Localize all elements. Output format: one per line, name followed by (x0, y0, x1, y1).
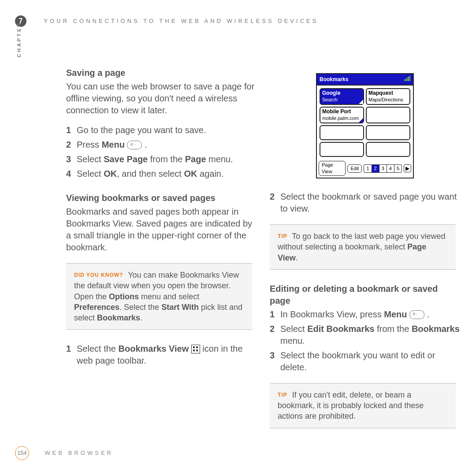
steps-saving: 1 Go to the page you want to save. 2 Pre… (66, 124, 257, 180)
right-column: Bookmarks GoogleSearch MapquestMaps/Dire… (270, 67, 460, 442)
palm-screenshot: Bookmarks GoogleSearch MapquestMaps/Dire… (316, 73, 414, 178)
step-number: 1 (66, 343, 77, 367)
heading-viewing: Viewing bookmarks or saved pages (66, 192, 257, 204)
bookmarks-view-icon (191, 345, 200, 353)
step-number: 1 (270, 309, 280, 320)
callout-did-you-know: DID YOU KNOW? You can make Bookmarks Vie… (66, 263, 252, 330)
saved-indicator-icon (359, 100, 363, 104)
step-number: 4 (66, 168, 77, 180)
menu-key-icon (127, 141, 142, 149)
footer-title: WEB BROWSER (45, 449, 113, 457)
step-text: Select OK, and then select OK again. (77, 168, 257, 180)
para-saving: You can use the web browser to save a pa… (66, 81, 257, 116)
palm-pageview-button: Page View (319, 161, 346, 176)
step-text: Go to the page you want to save. (77, 124, 257, 136)
step-text: In Bookmarks View, press Menu . (280, 309, 460, 320)
step-text: Select the bookmark you want to edit or … (280, 350, 460, 373)
steps-right-continue: 2 Select the bookmark or saved page you … (270, 191, 460, 215)
bookmark-cell-mapquest: MapquestMaps/Directions (366, 88, 410, 105)
bookmark-cell-empty (366, 107, 410, 123)
step-number: 1 (66, 124, 77, 136)
heading-saving: Saving a page (66, 67, 257, 79)
palm-pager: 12345 (364, 164, 402, 173)
bookmark-cell-empty (366, 125, 410, 140)
left-column: Saving a page You can use the web browse… (66, 67, 257, 442)
step-text: Press Menu . (77, 139, 257, 151)
step-number: 2 (66, 139, 77, 151)
bookmark-cell-mobile: Mobile Portmobile.palm.com (320, 107, 364, 123)
saved-indicator-icon (359, 118, 363, 123)
steps-editing: 1 In Bookmarks View, press Menu . 2 Sele… (270, 309, 460, 373)
step-number: 3 (270, 350, 280, 373)
steps-bookmarks-view: 1 Select the Bookmarks View icon in the … (66, 343, 257, 367)
callout-tag: DID YOU KNOW? (74, 272, 123, 278)
palm-edit-button: Edit (347, 164, 362, 173)
callout-tip-1: TIP To go back to the last web page you … (270, 224, 456, 270)
step-text: Select Edit Bookmarks from the Bookmarks… (280, 323, 460, 347)
step-text: Select Save Page from the Page menu. (77, 153, 257, 165)
heading-editing: Editing or deleting a bookmark or saved … (270, 283, 460, 307)
callout-tip-2: TIP If you can't edit, delete, or beam a… (270, 383, 456, 428)
para-viewing: Bookmarks and saved pages both appear in… (66, 206, 257, 253)
bookmark-cell-empty (320, 125, 364, 140)
step-text: Select the bookmark or saved page you wa… (280, 191, 460, 215)
bookmark-cell-google: GoogleSearch (320, 88, 364, 105)
signal-icon (404, 76, 410, 81)
callout-tag: TIP (278, 392, 287, 398)
menu-key-icon (409, 310, 424, 319)
palm-titlebar: Bookmarks (320, 76, 348, 83)
step-number: 2 (270, 323, 280, 347)
step-number: 2 (270, 191, 280, 215)
step-number: 3 (66, 153, 77, 165)
chapter-side-label: CHAPTER (16, 26, 22, 57)
page-number-badge: 154 (15, 446, 29, 460)
bookmark-cell-empty (366, 142, 410, 157)
step-text: Select the Bookmarks View icon in the we… (77, 343, 257, 367)
bookmark-cell-empty (320, 142, 364, 157)
palm-next-arrow-icon: ▶ (404, 164, 411, 172)
callout-tag: TIP (278, 233, 287, 239)
header-title: YOUR CONNECTIONS TO THE WEB AND WIRELESS… (44, 17, 319, 25)
